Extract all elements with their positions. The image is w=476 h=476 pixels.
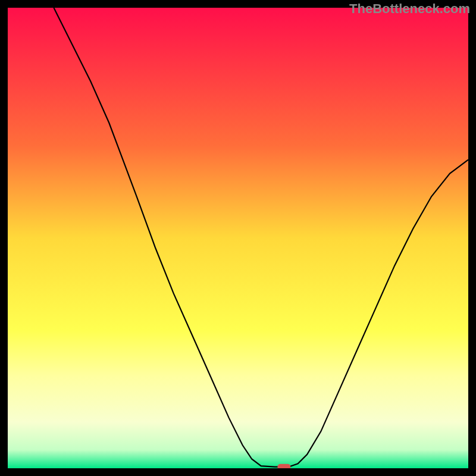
plot-area — [8, 8, 468, 468]
chart-container: TheBottleneck.com — [0, 0, 476, 476]
gradient-background — [8, 8, 468, 468]
min-marker — [277, 464, 290, 468]
chart-svg — [8, 8, 468, 468]
watermark: TheBottleneck.com — [349, 1, 470, 17]
